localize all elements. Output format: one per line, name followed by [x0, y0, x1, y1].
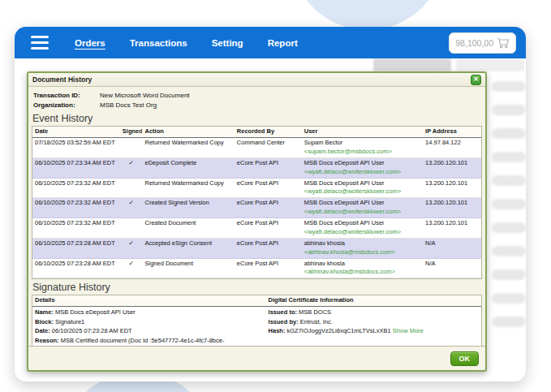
signature-line: Block: Signature1: [32, 317, 266, 327]
signature-table-body: Name: MSB Docs eDeposit API UserBlock: S…: [32, 307, 481, 346]
cart-icon: [497, 37, 510, 49]
user-email: <abhinav.khosla@msbdocs.com>: [304, 248, 395, 256]
event-date: 06/10/2025 07:23:28 AM EDT: [32, 259, 120, 269]
signature-history-table: Details Digital Certificate Information …: [32, 295, 482, 346]
document-history-dialog: Document History ✕ Transaction ID: New M…: [27, 71, 487, 372]
signature-line: Reason: MSB Certified document (Doc Id :…: [32, 336, 266, 346]
user-name: abhinav khosla: [304, 260, 345, 267]
event-recorded-by: eCore Post API: [235, 179, 302, 189]
column-header: Date: [32, 127, 120, 137]
signature-line: Hash: kGZ7IOJoggVz2Li8xqC1mLTVsLxXB1 Sho…: [266, 326, 481, 336]
event-date: 06/10/2025 07:23:32 AM EDT: [32, 198, 120, 209]
field-label: Issued by:: [269, 318, 300, 325]
page-background: OrdersTransactionsSettingReport 98,100,0…: [0, 0, 551, 392]
signature-line: Date: 06/10/2025 07:23:28 AM EDT: [32, 326, 266, 336]
signature-line: Name: MSB Docs eDeposit API User: [32, 308, 266, 317]
user-name: MSB Docs eDeposit API User: [304, 179, 385, 187]
signature-table-header: Details Digital Certificate Information: [32, 295, 481, 307]
nav-item-orders[interactable]: Orders: [75, 38, 105, 48]
app-window: OrdersTransactionsSettingReport 98,100,0…: [15, 27, 526, 381]
organization-value: MSB Docs Test Org: [100, 101, 157, 110]
user-email: <supam.bector@msbdocs.com>: [304, 148, 392, 155]
user-name: Supam Bector: [304, 139, 343, 146]
event-action: Created Document: [142, 218, 234, 229]
signature-details: Name: MSB Docs eDeposit API UserBlock: S…: [32, 307, 266, 346]
user-name: MSB Docs eDeposit API User: [304, 199, 385, 206]
placeholder-bar: [492, 128, 526, 139]
nav-item-transactions[interactable]: Transactions: [130, 38, 187, 48]
show-more-link[interactable]: Show More: [391, 327, 424, 334]
dialog-body: Transaction ID: New Microsoft Word Docum…: [28, 87, 485, 346]
event-row: 06/10/2025 07:23:32 AM EDTReturned Water…: [32, 179, 481, 199]
column-header: Digital Certificate Information: [266, 295, 481, 306]
field-label: Date:: [35, 327, 52, 334]
cart-widget[interactable]: 98,100,00: [449, 32, 516, 54]
event-action: Created Signed Version: [142, 198, 234, 209]
close-button[interactable]: ✕: [471, 75, 481, 85]
page-content: Document History ✕ Transaction ID: New M…: [15, 58, 526, 381]
event-recorded-by: eCore Post API: [235, 259, 302, 269]
field-value: 06/10/2025 07:23:28 AM EDT: [52, 327, 132, 334]
nav-menu: OrdersTransactionsSettingReport: [75, 38, 298, 48]
event-recorded-by: eCore Post API: [235, 158, 302, 169]
field-value: kGZ7IOJoggVz2Li8xqC1mLTVsLxXB1: [286, 327, 390, 334]
event-recorded-by: eCore Post API: [235, 198, 302, 209]
transaction-info: Transaction ID: New Microsoft Word Docum…: [33, 91, 480, 110]
column-header: IP Address: [423, 127, 481, 137]
user-email: <abhinav.khosla@msbdocs.com>: [304, 268, 395, 275]
event-ip-address: N/A: [423, 239, 481, 249]
event-action: Returned Watermarked Copy: [142, 138, 234, 149]
event-recorded-by: eCore Post API: [235, 218, 302, 229]
hamburger-menu-icon[interactable]: [31, 36, 49, 50]
field-label: Hash:: [269, 327, 287, 334]
event-row: 07/18/2025 03:52:59 AM EDTReturned Water…: [32, 138, 481, 158]
field-label: Name:: [35, 308, 55, 316]
event-action: Signed Document: [142, 259, 234, 269]
placeholder-bar: [456, 58, 524, 71]
placeholder-bar: [492, 317, 526, 327]
placeholder-bar: [492, 105, 526, 115]
field-value: MSB Certified document (Doc Id :5e547772…: [35, 337, 224, 346]
signature-line: Issued by: Entrust, Inc.: [266, 317, 481, 327]
event-user: MSB Docs eDeposit API User<wyatt.delaco@…: [302, 179, 423, 198]
event-table-header: DateSignedActionRecorded ByUserIP Addres…: [32, 127, 481, 138]
nav-item-setting[interactable]: Setting: [212, 38, 243, 48]
signed-check-icon: ✓: [120, 259, 143, 269]
user-name: MSB Docs eDeposit API User: [304, 219, 385, 226]
event-recorded-by: Command Center: [235, 138, 302, 149]
event-row: 06/10/2025 07:23:32 AM EDTCreated Docume…: [32, 218, 481, 239]
user-name: MSB Docs eDeposit API User: [304, 159, 385, 166]
field-label: Block:: [35, 318, 55, 325]
dialog-titlebar: Document History ✕: [28, 73, 485, 87]
event-ip-address: 13.200.120.101: [423, 198, 481, 209]
cart-value: 98,100,00: [455, 38, 493, 48]
close-icon: ✕: [473, 76, 479, 83]
placeholder-bar: [492, 293, 526, 304]
event-user: Supam Bector <supam.bector@msbdocs.com>: [302, 138, 423, 157]
event-history-table: DateSignedActionRecorded ByUserIP Addres…: [32, 126, 482, 279]
user-email: <wyatt.delaco@wolterskluwer.com>: [304, 228, 420, 237]
signed-check-icon: ✓: [120, 158, 143, 169]
ok-button[interactable]: OK: [450, 351, 480, 366]
event-user: abhinav khosla <abhinav.khosla@msbdocs.c…: [302, 239, 423, 258]
field-value: MSB DOCS: [299, 308, 331, 316]
user-email: <wyatt.delaco@wolterskluwer.com>: [304, 168, 420, 177]
nav-item-report[interactable]: Report: [268, 38, 298, 48]
event-recorded-by: eCore Post API: [235, 239, 302, 249]
column-header: User: [302, 127, 423, 137]
user-email: <wyatt.delaco@wolterskluwer.com>: [304, 208, 420, 217]
top-navbar: OrdersTransactionsSettingReport 98,100,0…: [15, 27, 526, 58]
transaction-id-label: Transaction ID:: [33, 91, 100, 101]
column-header: Action: [142, 127, 234, 137]
transaction-id-value: New Microsoft Word Document: [100, 91, 190, 101]
event-user: MSB Docs eDeposit API User<wyatt.delaco@…: [302, 218, 423, 238]
event-ip-address: 13.200.120.101: [423, 179, 481, 189]
event-ip-address: 13.200.120.101: [423, 158, 481, 169]
placeholder-bar: [492, 175, 526, 186]
certificate-info: Issued to: MSB DOCSIssued by: Entrust, I…: [266, 307, 481, 346]
signature-history-heading: Signature History: [32, 282, 482, 293]
organization-label: Organization:: [33, 101, 100, 110]
column-header: Recorded By: [235, 127, 302, 137]
event-ip-address: 14.97.84.122: [423, 138, 481, 149]
field-label: Reason:: [35, 337, 61, 344]
